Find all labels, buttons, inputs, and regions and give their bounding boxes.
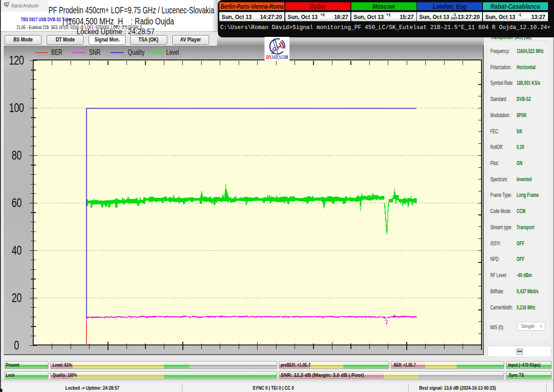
svg-text:SATCS.COM: SATCS.COM — [272, 54, 288, 60]
svg-text:DX: DX — [266, 54, 272, 60]
